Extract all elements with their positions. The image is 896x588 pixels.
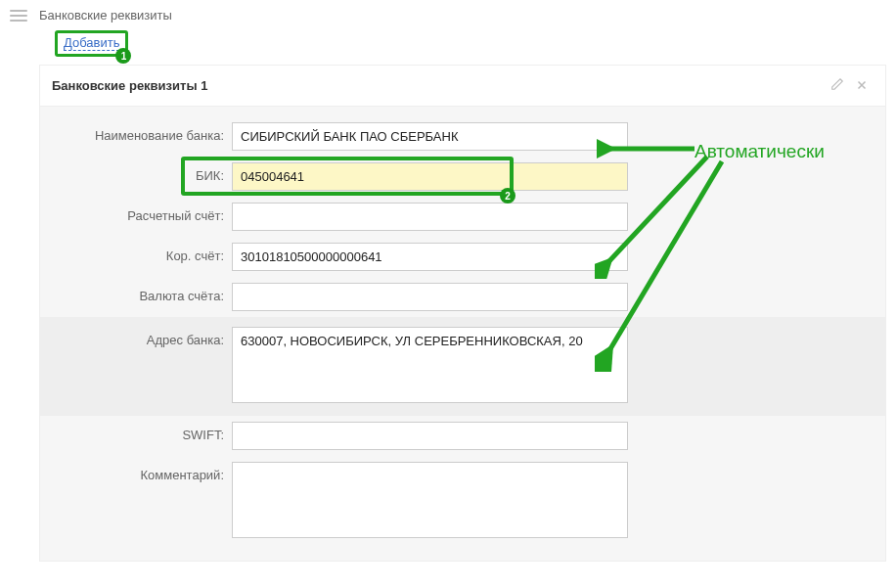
annotation-badge-1: 1 [115, 48, 131, 64]
panel-header: Банковские реквизиты 1 [40, 66, 885, 107]
panel-title: Банковские реквизиты 1 [52, 78, 825, 93]
label-bank-name: Наименование банка: [40, 122, 232, 143]
row-comment: Комментарий: [40, 456, 885, 547]
row-settlement-account: Расчетный счёт: [40, 197, 885, 237]
bank-name-field[interactable] [232, 122, 628, 151]
label-bik: БИК: [40, 162, 232, 183]
comment-field[interactable] [232, 462, 628, 538]
bank-details-panel: Банковские реквизиты 1 Наименование банк… [39, 65, 886, 562]
annotation-badge-2: 2 [500, 188, 515, 204]
panel-form: Наименование банка: БИК: 2 Расчетный счё… [40, 107, 885, 561]
label-swift: SWIFT: [40, 422, 232, 442]
close-icon[interactable] [850, 75, 874, 96]
row-corr-account: Кор. счёт: [40, 237, 885, 277]
annotation-box-1: Добавить 1 [55, 30, 128, 57]
page-root: Банковские реквизиты Добавить 1 Банковск… [0, 0, 896, 562]
currency-field[interactable] [232, 283, 628, 311]
row-currency: Валюта счёта: [40, 277, 885, 317]
edit-icon[interactable] [825, 75, 850, 96]
settlement-account-field[interactable] [232, 203, 628, 231]
hamburger-icon[interactable] [10, 10, 27, 22]
page-title: Банковские реквизиты [39, 8, 172, 23]
label-comment: Комментарий: [40, 462, 232, 482]
row-bank-address: Адрес банка: [40, 317, 885, 416]
swift-field[interactable] [232, 422, 628, 450]
add-link-row: Добавить 1 [0, 26, 128, 65]
annotation-auto-text: Автоматически [694, 141, 825, 162]
topbar: Банковские реквизиты [0, 0, 896, 26]
add-link[interactable]: Добавить [64, 35, 119, 51]
label-bank-address: Адрес банка: [40, 327, 232, 347]
row-bik: БИК: 2 [40, 157, 885, 197]
bik-field[interactable] [232, 162, 628, 191]
corr-account-field[interactable] [232, 243, 628, 271]
label-settlement-account: Расчетный счёт: [40, 203, 232, 223]
row-swift: SWIFT: [40, 416, 885, 456]
label-currency: Валюта счёта: [40, 283, 232, 303]
bank-address-field[interactable] [232, 327, 628, 403]
label-corr-account: Кор. счёт: [40, 243, 232, 263]
